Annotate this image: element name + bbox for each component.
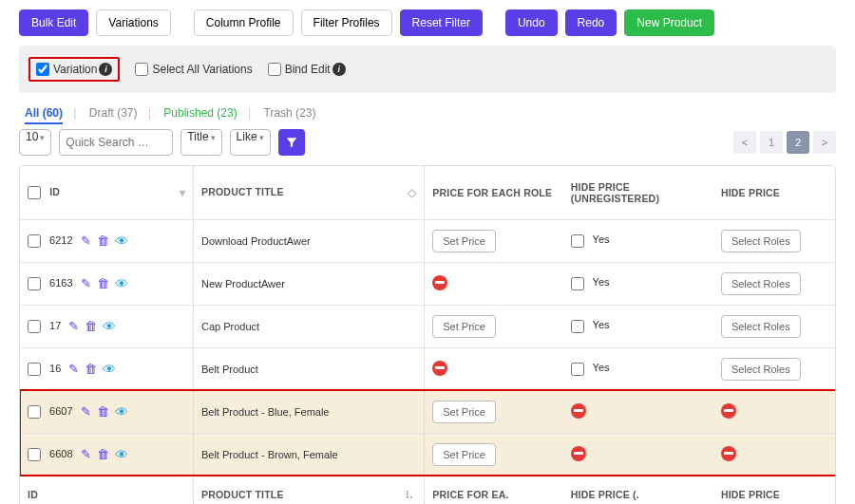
reset-filter-button[interactable]: Reset Filter — [400, 9, 483, 36]
row-id: 17 — [49, 319, 61, 330]
edit-icon[interactable]: ✎ — [68, 362, 79, 377]
tab-all[interactable]: All (60) — [25, 106, 63, 124]
edit-icon[interactable]: ✎ — [81, 404, 91, 420]
row-checkbox[interactable] — [28, 320, 41, 333]
yes-checkbox[interactable]: Yes — [571, 233, 610, 245]
row-id: 6607 — [49, 404, 72, 416]
foot-title: PRODUCT TITLE — [201, 489, 284, 500]
tab-trash[interactable]: Trash (23) — [264, 106, 316, 120]
table-row: 17✎🗑👁Cap ProductSet Price YesSelect Role… — [20, 305, 835, 347]
pager-prev[interactable]: < — [733, 131, 756, 154]
delete-icon[interactable]: 🗑 — [85, 319, 97, 334]
quick-search-input[interactable] — [59, 129, 173, 156]
disabled-icon — [432, 361, 447, 376]
filter-icon — [285, 136, 298, 149]
select-roles-button[interactable]: Select Roles — [721, 315, 801, 338]
delete-icon[interactable]: 🗑 — [97, 447, 109, 462]
disabled-icon — [571, 446, 586, 461]
bind-edit-label: Bind Edit — [285, 63, 331, 76]
yes-checkbox[interactable]: Yes — [571, 319, 610, 330]
set-price-button[interactable]: Set Price — [432, 401, 496, 423]
view-icon[interactable]: 👁 — [103, 319, 116, 334]
column-profile-button[interactable]: Column Profile — [194, 9, 294, 36]
undo-button[interactable]: Undo — [505, 9, 558, 36]
foot-price: PRICE FOR EA. — [432, 489, 508, 500]
select-all-label: Select All Variations — [152, 63, 252, 76]
view-icon[interactable]: 👁 — [115, 233, 128, 249]
row-title: Belt Product - Brown, Female — [201, 449, 338, 460]
col-title[interactable]: PRODUCT TITLE — [201, 186, 284, 197]
foot-hide-unreg: HIDE PRICE (. — [571, 489, 639, 500]
disabled-icon — [571, 403, 586, 419]
variations-button[interactable]: Variations — [96, 9, 170, 36]
row-title: New ProductAwer — [201, 278, 285, 289]
pager-next[interactable]: > — [813, 131, 836, 154]
row-id: 6163 — [49, 276, 72, 288]
row-title: Belt Product - Blue, Female — [201, 406, 330, 418]
search-op-select[interactable]: Like▾ — [230, 129, 271, 156]
yes-checkbox[interactable]: Yes — [571, 362, 610, 373]
new-product-button[interactable]: New Product — [624, 9, 714, 36]
delete-icon[interactable]: 🗑 — [85, 362, 97, 377]
col-id[interactable]: ID — [49, 186, 60, 197]
tab-draft[interactable]: Draft (37) — [89, 106, 138, 120]
table-footer-row: ID PRODUCT TITLE⁝. PRICE FOR EA. HIDE PR… — [20, 476, 835, 504]
delete-icon[interactable]: 🗑 — [97, 233, 109, 249]
select-roles-button[interactable]: Select Roles — [721, 272, 801, 295]
disabled-icon — [721, 403, 736, 419]
view-icon[interactable]: 👁 — [115, 276, 128, 291]
pager-page-2[interactable]: 2 — [787, 131, 809, 154]
table-row: 16✎🗑👁Belt Product YesSelect RolesSelect … — [20, 347, 835, 390]
table-header-row: ID▾ PRODUCT TITLE◇ PRICE FOR EACH ROLE H… — [20, 166, 835, 219]
foot-id: ID — [28, 489, 38, 500]
delete-icon[interactable]: 🗑 — [97, 276, 109, 291]
column-chooser-icon[interactable]: ⁝. — [402, 489, 416, 500]
set-price-button[interactable]: Set Price — [432, 230, 496, 252]
pager-page-1[interactable]: 1 — [760, 131, 783, 154]
row-id: 6608 — [49, 447, 72, 458]
col-hide-price[interactable]: HIDE PRICE — [721, 187, 780, 198]
table-row: 6212✎🗑👁Download ProductAwerSet Price Yes… — [20, 219, 835, 262]
row-checkbox[interactable] — [28, 277, 41, 290]
table-row: 6607✎🗑👁Belt Product - Blue, FemaleSet Pr… — [20, 390, 835, 433]
bind-edit-checkbox[interactable] — [268, 63, 281, 76]
select-all-variations-checkbox[interactable] — [135, 63, 148, 76]
search-field-select[interactable]: Title▾ — [180, 129, 221, 156]
edit-icon[interactable]: ✎ — [81, 276, 91, 291]
variation-option-bar: Variation i Select All Variations Bind E… — [19, 46, 836, 93]
filter-button[interactable] — [278, 129, 305, 156]
filter-profiles-button[interactable]: Filter Profiles — [301, 9, 392, 36]
view-icon[interactable]: 👁 — [115, 447, 128, 462]
view-icon[interactable]: 👁 — [103, 362, 116, 377]
variation-toggle-highlight: Variation i — [28, 57, 120, 82]
select-all-checkbox[interactable] — [28, 186, 41, 199]
view-icon[interactable]: 👁 — [115, 404, 128, 420]
bulk-edit-button[interactable]: Bulk Edit — [19, 9, 88, 36]
row-checkbox[interactable] — [28, 234, 41, 248]
product-table: ID▾ PRODUCT TITLE◇ PRICE FOR EACH ROLE H… — [19, 165, 836, 504]
row-checkbox[interactable] — [28, 448, 41, 461]
status-tabs: All (60) | Draft (37) | Published (23) |… — [25, 106, 836, 120]
select-roles-button[interactable]: Select Roles — [721, 358, 801, 381]
info-icon[interactable]: i — [99, 63, 112, 76]
row-id: 16 — [49, 362, 61, 373]
set-price-button[interactable]: Set Price — [432, 315, 496, 338]
col-hide-unreg[interactable]: HIDE PRICE (UNREGISTERED) — [571, 181, 659, 204]
row-checkbox[interactable] — [28, 405, 41, 419]
delete-icon[interactable]: 🗑 — [97, 404, 109, 420]
page-size-select[interactable]: 10▾ — [19, 129, 51, 156]
redo-button[interactable]: Redo — [565, 9, 618, 36]
variation-label: Variation — [53, 63, 97, 76]
edit-icon[interactable]: ✎ — [81, 233, 91, 249]
set-price-button[interactable]: Set Price — [432, 443, 496, 466]
col-price-each[interactable]: PRICE FOR EACH ROLE — [432, 187, 552, 198]
table-row: 6608✎🗑👁Belt Product - Brown, FemaleSet P… — [20, 433, 835, 476]
select-roles-button[interactable]: Select Roles — [721, 230, 801, 252]
row-checkbox[interactable] — [28, 363, 41, 376]
edit-icon[interactable]: ✎ — [68, 319, 79, 334]
yes-checkbox[interactable]: Yes — [571, 276, 610, 288]
variation-checkbox[interactable] — [36, 63, 49, 76]
tab-published[interactable]: Published (23) — [163, 106, 237, 120]
info-icon[interactable]: i — [332, 63, 346, 76]
edit-icon[interactable]: ✎ — [81, 447, 91, 462]
